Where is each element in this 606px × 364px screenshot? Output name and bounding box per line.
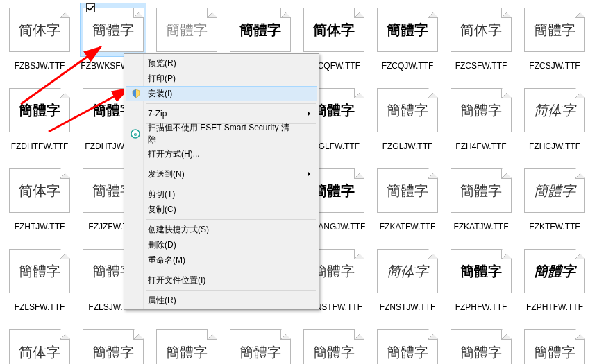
file-name-label: FZDHTFW.TTF (11, 141, 69, 151)
file-item[interactable]: 簡體字 (444, 323, 518, 364)
menu-item-label: 剪切(T) (148, 189, 175, 200)
menu-item-label: 属性(R) (148, 295, 176, 306)
menu-item[interactable]: 7-Zip (126, 106, 317, 121)
file-name-label: FZNSTJW.TTF (380, 302, 436, 312)
file-thumbnail: 簡體字 (448, 324, 514, 364)
submenu-arrow-icon (308, 171, 310, 177)
file-item[interactable]: 簡體字FZLSFW.TTF (3, 243, 76, 323)
file-item[interactable]: 簡體字FZKATFW.TTF (371, 162, 444, 243)
font-preview-text: 簡體字 (19, 264, 60, 278)
file-name-label: FZBSJW.TTF (15, 61, 65, 71)
file-name-label: FZH4FW.TTF (455, 141, 506, 151)
file-thumbnail: 簡體字 (521, 164, 588, 218)
file-item[interactable]: 简体字FZHTJW.TTF (3, 162, 76, 243)
font-preview-text: 簡體字 (387, 103, 428, 117)
font-preview-text: 简体字 (19, 23, 60, 37)
file-thumbnail: 簡體字 (153, 3, 220, 57)
file-item[interactable]: 簡體字FZKTFW.TTF (518, 162, 591, 243)
context-menu: 预览(R)打印(P)安装(I)7-Zipe扫描但不使用 ESET Smart S… (124, 53, 319, 310)
file-item[interactable]: 簡體字 (150, 323, 224, 364)
file-thumbnail: 简体字 (6, 324, 73, 364)
menu-item-label: 删除(D) (148, 239, 176, 251)
menu-item-label: 打印(P) (148, 73, 176, 85)
font-preview-text: 簡體字 (387, 23, 428, 37)
file-name-label: FZCQJW.TTF (382, 61, 434, 71)
menu-item[interactable]: 删除(D) (126, 237, 317, 252)
file-item[interactable]: 简体字FZNSTJW.TTF (371, 243, 444, 323)
selection-checkbox[interactable] (86, 3, 95, 12)
file-thumbnail: 簡體字 (448, 244, 514, 298)
menu-item[interactable]: 重命名(M) (126, 252, 317, 268)
font-preview-text: 簡體字 (313, 103, 355, 117)
menu-separator (146, 184, 316, 184)
submenu-arrow-icon (308, 111, 310, 116)
font-preview-text: 簡體字 (534, 23, 575, 37)
file-item[interactable]: 簡體字FZPHFW.TTF (444, 243, 518, 323)
menu-item-label: 打开方式(H)... (148, 148, 200, 160)
file-name-label: FZCSFW.TTF (455, 61, 507, 71)
font-preview-text: 簡體字 (92, 345, 134, 359)
menu-item-label: 发送到(N) (148, 168, 185, 180)
file-thumbnail: 簡體字 (374, 3, 441, 57)
menu-separator (146, 290, 316, 291)
file-item[interactable]: 簡體字 (76, 323, 150, 364)
file-thumbnail: 簡體字 (374, 83, 441, 137)
font-preview-text: 简体字 (313, 23, 355, 37)
file-item[interactable]: 簡體字FZH4FW.TTF (444, 82, 518, 162)
menu-item[interactable]: 打开文件位置(I) (126, 272, 317, 288)
file-thumbnail: 簡體字 (153, 324, 220, 364)
file-item[interactable]: 简体字FZCSFW.TTF (444, 1, 518, 82)
menu-item-label: 7-Zip (148, 109, 167, 119)
menu-item-label: 扫描但不使用 ESET Smart Security 清除 (148, 122, 296, 146)
file-thumbnail: 簡體字 (374, 164, 441, 218)
file-name-label: FZLSFW.TTF (15, 302, 65, 312)
file-item[interactable]: 簡體字 (518, 323, 591, 364)
file-item[interactable]: 簡體字FZKATJW.TTF (444, 162, 518, 243)
file-item[interactable]: 簡體字FZPHTFW.TTF (518, 243, 591, 323)
menu-item[interactable]: e扫描但不使用 ESET Smart Security 清除 (126, 126, 317, 141)
shield-icon (131, 88, 142, 99)
font-preview-text: 簡體字 (166, 345, 208, 359)
file-name-label: FZPHTFW.TTF (526, 302, 583, 312)
font-preview-text: 簡體字 (313, 264, 355, 278)
menu-item[interactable]: 剪切(T) (126, 187, 317, 202)
file-item[interactable]: 簡體字 (297, 323, 371, 364)
file-thumbnail: 簡體字 (80, 324, 146, 364)
file-thumbnail: 简体字 (301, 3, 367, 57)
menu-item[interactable]: 打印(P) (126, 71, 317, 86)
file-item[interactable]: 簡體字FZDHTFW.TTF (3, 82, 76, 162)
file-item[interactable]: 簡體字 (224, 323, 297, 364)
file-name-label: FZPHFW.TTF (455, 302, 507, 312)
file-thumbnail: 簡體字 (6, 244, 73, 298)
file-item[interactable]: 簡體字FZCSJW.TTF (518, 1, 591, 82)
file-item[interactable]: 簡體字FZGLJW.TTF (371, 82, 444, 162)
file-thumbnail: 簡體字 (227, 3, 294, 57)
file-name-label: FZHCJW.TTF (529, 141, 580, 151)
font-preview-text: 簡體字 (239, 23, 281, 37)
file-thumbnail: 簡體字 (448, 164, 514, 218)
menu-item[interactable]: 预览(R) (126, 55, 317, 71)
menu-item[interactable]: 属性(R) (126, 293, 317, 308)
file-thumbnail: 簡體字 (521, 244, 588, 298)
font-preview-text: 簡體字 (387, 184, 428, 198)
font-preview-text: 简体字 (460, 23, 502, 37)
file-name-label: FZCSJW.TTF (529, 61, 580, 71)
file-thumbnail: 簡體字 (6, 83, 73, 137)
font-preview-text: 簡體字 (387, 345, 428, 359)
font-preview-text: 簡體字 (19, 103, 60, 117)
menu-item[interactable]: 打开方式(H)... (126, 146, 317, 162)
menu-item-label: 安装(I) (148, 88, 172, 100)
file-item[interactable]: 簡體字FZCQJW.TTF (371, 1, 444, 82)
file-item[interactable]: 简体字 (3, 323, 76, 364)
menu-item[interactable]: 发送到(N) (126, 166, 317, 182)
menu-item[interactable]: 复制(C) (126, 202, 317, 217)
menu-item-label: 预览(R) (148, 58, 176, 69)
file-item[interactable]: 簡體字 (371, 323, 444, 364)
file-thumbnail: 簡體字 (448, 83, 514, 137)
menu-item[interactable]: 安装(I) (126, 86, 317, 101)
font-preview-text: 簡體字 (460, 103, 502, 117)
menu-item[interactable]: 创建快捷方式(S) (126, 222, 317, 237)
file-item[interactable]: 简体字FZHCJW.TTF (518, 82, 591, 162)
file-item[interactable]: 简体字FZBSJW.TTF (3, 1, 76, 82)
file-thumbnail: 簡體字 (80, 3, 146, 57)
